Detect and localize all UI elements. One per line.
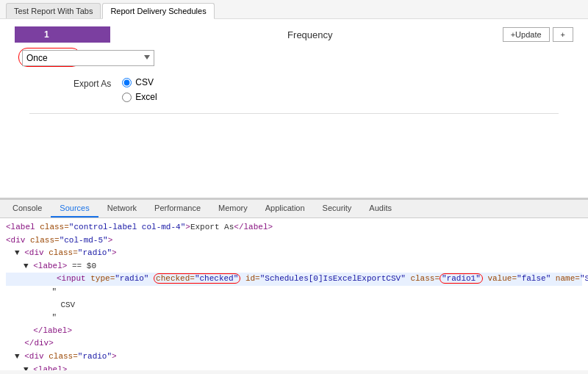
- devtools-panel: Console Sources Network Performance Memo…: [0, 198, 588, 374]
- devtools-tab-memory[interactable]: Memory: [209, 200, 257, 217]
- frequency-select[interactable]: Once Daily Weekly Monthly: [22, 50, 154, 66]
- csv-label: CSV: [135, 77, 154, 87]
- devtools-tab-performance[interactable]: Performance: [146, 200, 209, 217]
- html-line-6: ": [6, 286, 582, 299]
- devtools-tab-application[interactable]: Application: [257, 200, 314, 217]
- csv-radio[interactable]: [122, 78, 132, 87]
- devtools-tab-console[interactable]: Console: [4, 200, 51, 217]
- add-button[interactable]: +: [553, 27, 573, 42]
- devtools-tabs: Console Sources Network Performance Memo…: [0, 200, 588, 218]
- content-area: 1 Frequency +Update + Once Daily Weekly …: [0, 19, 588, 132]
- html-line-12: ▼ <label>: [6, 364, 582, 370]
- html-line-2: <div class="col-md-5">: [6, 234, 582, 248]
- tab-delivery-schedules[interactable]: Report Delivery Schedules: [102, 3, 214, 19]
- export-row: Export As CSV Excel: [74, 77, 573, 102]
- schedule-row: 1 Frequency +Update +: [15, 26, 573, 43]
- excel-option: Excel: [122, 92, 157, 102]
- html-line-10: </div>: [6, 337, 582, 350]
- once-wrapper: Once Daily Weekly Monthly: [22, 50, 154, 66]
- frequency-row: Once Daily Weekly Monthly: [22, 50, 573, 66]
- schedule-number: 1: [15, 26, 110, 43]
- update-button[interactable]: +Update: [503, 27, 550, 42]
- csv-option: CSV: [122, 77, 157, 87]
- html-line-8: ": [6, 312, 582, 325]
- devtools-tab-network[interactable]: Network: [98, 200, 146, 217]
- frequency-label: Frequency: [118, 29, 503, 40]
- html-line-7: CSV: [6, 299, 582, 312]
- divider: [29, 113, 559, 114]
- report-section: Test Report With Tabs Report Delivery Sc…: [0, 0, 588, 198]
- html-line-1: <label class="control-label col-md-4">Ex…: [6, 221, 582, 234]
- excel-label: Excel: [135, 92, 157, 102]
- tab-bar: Test Report With Tabs Report Delivery Sc…: [0, 0, 588, 19]
- excel-radio[interactable]: [122, 93, 132, 102]
- html-line-11: ▼ <div class="radio">: [6, 350, 582, 364]
- devtools-tab-security[interactable]: Security: [314, 200, 361, 217]
- html-line-3: ▼ <div class="radio">: [6, 247, 582, 260]
- html-line-4: ▼ <label> == $0: [6, 260, 582, 273]
- html-line-9: </label>: [6, 325, 582, 338]
- devtools-tab-audits[interactable]: Audits: [360, 200, 401, 217]
- export-radio-group: CSV Excel: [122, 77, 157, 102]
- html-line-5: <input type="radio" checked="checked" id…: [6, 273, 582, 286]
- export-label: Export As: [74, 79, 111, 89]
- devtools-tab-sources[interactable]: Sources: [51, 200, 98, 217]
- devtools-content: <label class="control-label col-md-4">Ex…: [0, 218, 588, 370]
- tab-test-report[interactable]: Test Report With Tabs: [6, 3, 101, 18]
